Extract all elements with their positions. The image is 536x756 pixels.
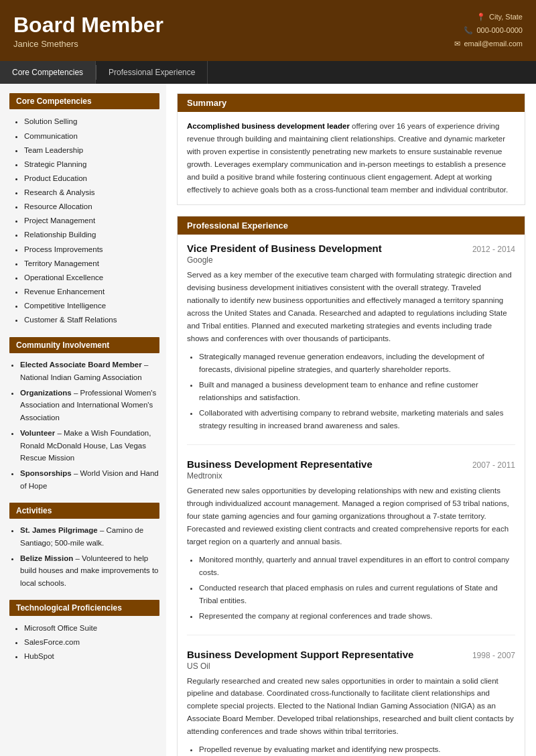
list-item: Team Leadership	[24, 143, 159, 157]
list-item: Volunteer – Make a Wish Foundation, Rona…	[20, 427, 159, 464]
list-item: Collaborated with advertising company to…	[199, 407, 515, 432]
job-1: Vice President of Business Development 2…	[187, 243, 515, 445]
phone-text: 000-000-0000	[476, 24, 523, 38]
job-3-dates: 1998 - 2007	[472, 651, 515, 660]
list-item: Research & Analysis	[24, 186, 159, 199]
main-layout: Core Competencies Solution Selling Commu…	[0, 84, 536, 756]
list-item: HubSpot	[24, 649, 159, 663]
experience-body: Vice President of Business Development 2…	[178, 235, 525, 756]
summary-body: Accomplished business development leader…	[178, 112, 525, 204]
list-item: Customer & Staff Relations	[24, 313, 159, 326]
list-item: Competitive Intelligence	[24, 299, 159, 312]
job-1-company: Google	[187, 255, 515, 265]
job-2-title: Business Development Representative	[187, 458, 373, 470]
job-1-desc: Served as a key member of the executive …	[187, 269, 515, 345]
sidebar-section-title-tech: Technological Proficiencies	[9, 600, 159, 616]
summary-card: Summary Accomplished business developmen…	[177, 93, 525, 205]
job-2-company: Medtronix	[187, 471, 515, 481]
list-item: Operational Excellence	[24, 271, 159, 284]
job-2-desc: Generated new sales opportunities by dev…	[187, 485, 515, 548]
list-item: Process Improvements	[24, 243, 159, 256]
phone-icon: 📞	[464, 24, 473, 38]
phone-item: 📞 000-000-0000	[454, 24, 523, 38]
list-item: Belize Mission – Volunteered to help bui…	[20, 552, 159, 589]
community-item-label: Elected Associate Board Member	[20, 361, 142, 369]
list-item: Organizations – Professional Women's Ass…	[20, 387, 159, 424]
list-item: SalesForce.com	[24, 635, 159, 649]
list-item: Resource Allocation	[24, 200, 159, 213]
sidebar-section-title-community: Community Involvement	[9, 337, 159, 353]
list-item: Strategic Planning	[24, 158, 159, 171]
sidebar-section-title-core: Core Competencies	[9, 93, 159, 109]
list-item: Monitored monthly, quarterly and annual …	[199, 554, 515, 579]
list-item: Conducted research that placed emphasis …	[199, 582, 515, 607]
sidebar: Core Competencies Solution Selling Commu…	[0, 84, 166, 756]
summary-heading: Summary	[178, 94, 525, 112]
community-item-label: Organizations	[20, 389, 72, 397]
sidebar-community: Community Involvement Elected Associate …	[9, 337, 159, 492]
list-item: Sponsorships – World Vision and Hand of …	[20, 467, 159, 492]
location-icon: 📍	[476, 11, 486, 24]
sidebar-tech: Technological Proficiencies Microsoft Of…	[9, 600, 159, 663]
tech-list: Microsoft Office Suite SalesForce.com Hu…	[9, 621, 159, 663]
job-2-bullets: Monitored monthly, quarterly and annual …	[187, 554, 515, 623]
location-item: 📍 City, State	[454, 11, 523, 24]
sidebar-core-competencies: Core Competencies Solution Selling Commu…	[9, 93, 159, 326]
list-item: Relationship Building	[24, 228, 159, 241]
tab-professional-experience[interactable]: Professional Experience	[96, 61, 208, 84]
experience-heading: Professional Experience	[178, 216, 525, 235]
tab-core-competencies[interactable]: Core Competencies	[0, 61, 96, 84]
navigation-bar: Core Competencies Professional Experienc…	[0, 61, 536, 84]
job-3-desc: Regularly researched and created new sal…	[187, 675, 515, 739]
list-item: Communication	[24, 129, 159, 143]
header-contact: 📍 City, State 📞 000-000-0000 ✉ email@ema…	[454, 11, 523, 50]
job-2: Business Development Representative 2007…	[187, 458, 515, 635]
resume-header: Board Member Janice Smethers 📍 City, Sta…	[0, 0, 536, 61]
list-item: Elected Associate Board Member – Nationa…	[20, 359, 159, 383]
job-3-title: Business Development Support Representat…	[187, 649, 413, 660]
job-3-header: Business Development Support Representat…	[187, 649, 515, 660]
list-item: Represented the company at regional conf…	[199, 610, 515, 623]
summary-content: offering over 16 years of experience dri…	[187, 122, 508, 194]
sidebar-section-title-activities: Activities	[9, 503, 159, 519]
community-item-label: Sponsorships	[20, 469, 72, 477]
job-1-bullets: Strategically managed revenue generation…	[187, 351, 515, 432]
community-list: Elected Associate Board Member – Nationa…	[9, 359, 159, 492]
core-competencies-list: Solution Selling Communication Team Lead…	[9, 115, 159, 326]
list-item: Propelled revenue by evaluating market a…	[199, 743, 515, 756]
community-item-label: Volunteer	[20, 429, 55, 437]
header-title-block: Board Member Janice Smethers	[13, 13, 163, 49]
job-3: Business Development Support Representat…	[187, 649, 515, 756]
email-icon: ✉	[454, 38, 460, 51]
list-item: Revenue Enhancement	[24, 285, 159, 298]
job-1-title: Vice President of Business Development	[187, 243, 382, 254]
list-item: Strategically managed revenue generation…	[199, 351, 515, 376]
sidebar-activities: Activities St. James Pilgrimage – Camino…	[9, 503, 159, 589]
candidate-name: Janice Smethers	[13, 39, 163, 49]
job-2-header: Business Development Representative 2007…	[187, 458, 515, 470]
list-item: Product Education	[24, 172, 159, 185]
list-item: St. James Pilgrimage – Camino de Santiag…	[20, 524, 159, 549]
list-item: Solution Selling	[24, 115, 159, 128]
activities-list: St. James Pilgrimage – Camino de Santiag…	[9, 524, 159, 589]
location-text: City, State	[489, 11, 523, 24]
list-item: Built and managed a business development…	[199, 379, 515, 404]
job-3-company: US Oil	[187, 662, 515, 671]
job-2-dates: 2007 - 2011	[472, 460, 515, 470]
job-3-bullets: Propelled revenue by evaluating market a…	[187, 743, 515, 756]
job-1-header: Vice President of Business Development 2…	[187, 243, 515, 254]
job-title-heading: Board Member	[13, 13, 163, 38]
summary-text: Accomplished business development leader…	[187, 120, 515, 196]
summary-bold-intro: Accomplished business development leader	[187, 122, 350, 130]
email-item: ✉ email@email.com	[454, 38, 523, 51]
activity-label: St. James Pilgrimage	[20, 526, 98, 534]
main-content: Summary Accomplished business developmen…	[166, 84, 536, 756]
email-text: email@email.com	[464, 38, 523, 51]
activity-label: Belize Mission	[20, 554, 73, 562]
list-item: Project Management	[24, 214, 159, 227]
job-1-dates: 2012 - 2014	[472, 245, 515, 254]
experience-card: Professional Experience Vice President o…	[177, 216, 525, 756]
list-item: Microsoft Office Suite	[24, 621, 159, 635]
list-item: Territory Management	[24, 257, 159, 270]
